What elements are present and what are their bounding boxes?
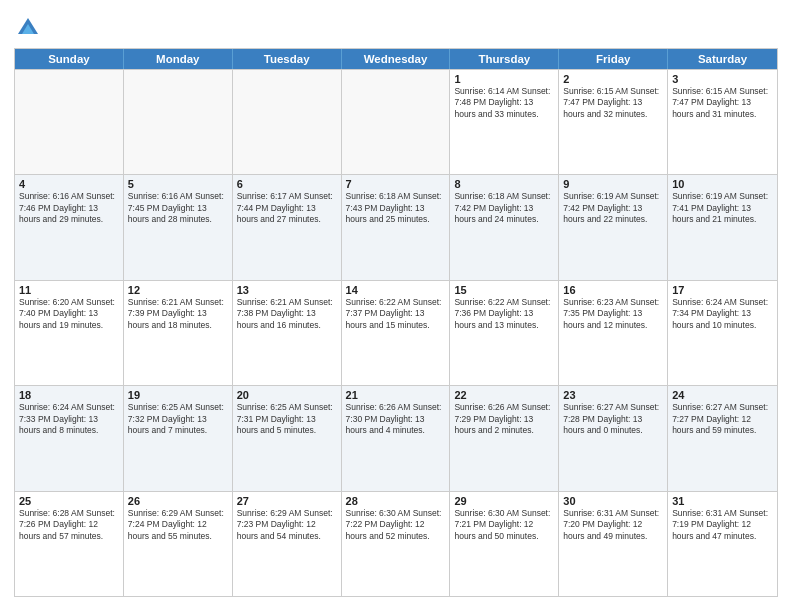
day-number: 22 [454,389,554,401]
day-info: Sunrise: 6:19 AM Sunset: 7:42 PM Dayligh… [563,191,663,225]
calendar-cell: 30Sunrise: 6:31 AM Sunset: 7:20 PM Dayli… [559,492,668,596]
day-info: Sunrise: 6:25 AM Sunset: 7:32 PM Dayligh… [128,402,228,436]
day-number: 29 [454,495,554,507]
cal-header-day: Thursday [450,49,559,69]
calendar-row: 18Sunrise: 6:24 AM Sunset: 7:33 PM Dayli… [15,385,777,490]
day-info: Sunrise: 6:29 AM Sunset: 7:24 PM Dayligh… [128,508,228,542]
calendar-cell: 22Sunrise: 6:26 AM Sunset: 7:29 PM Dayli… [450,386,559,490]
day-info: Sunrise: 6:30 AM Sunset: 7:22 PM Dayligh… [346,508,446,542]
day-number: 24 [672,389,773,401]
calendar-cell: 19Sunrise: 6:25 AM Sunset: 7:32 PM Dayli… [124,386,233,490]
day-number: 20 [237,389,337,401]
day-info: Sunrise: 6:26 AM Sunset: 7:30 PM Dayligh… [346,402,446,436]
calendar-cell: 15Sunrise: 6:22 AM Sunset: 7:36 PM Dayli… [450,281,559,385]
day-number: 9 [563,178,663,190]
calendar-cell: 13Sunrise: 6:21 AM Sunset: 7:38 PM Dayli… [233,281,342,385]
calendar-cell: 1Sunrise: 6:14 AM Sunset: 7:48 PM Daylig… [450,70,559,174]
calendar-row: 4Sunrise: 6:16 AM Sunset: 7:46 PM Daylig… [15,174,777,279]
calendar-cell: 26Sunrise: 6:29 AM Sunset: 7:24 PM Dayli… [124,492,233,596]
day-number: 16 [563,284,663,296]
calendar-cell: 16Sunrise: 6:23 AM Sunset: 7:35 PM Dayli… [559,281,668,385]
day-info: Sunrise: 6:22 AM Sunset: 7:36 PM Dayligh… [454,297,554,331]
day-number: 1 [454,73,554,85]
calendar-cell: 4Sunrise: 6:16 AM Sunset: 7:46 PM Daylig… [15,175,124,279]
calendar-cell: 5Sunrise: 6:16 AM Sunset: 7:45 PM Daylig… [124,175,233,279]
day-number: 14 [346,284,446,296]
day-info: Sunrise: 6:15 AM Sunset: 7:47 PM Dayligh… [563,86,663,120]
day-number: 31 [672,495,773,507]
calendar-cell: 7Sunrise: 6:18 AM Sunset: 7:43 PM Daylig… [342,175,451,279]
cal-header-day: Wednesday [342,49,451,69]
calendar-cell [124,70,233,174]
day-info: Sunrise: 6:16 AM Sunset: 7:45 PM Dayligh… [128,191,228,225]
day-info: Sunrise: 6:21 AM Sunset: 7:38 PM Dayligh… [237,297,337,331]
day-number: 27 [237,495,337,507]
day-number: 11 [19,284,119,296]
day-number: 2 [563,73,663,85]
calendar-cell: 11Sunrise: 6:20 AM Sunset: 7:40 PM Dayli… [15,281,124,385]
day-number: 4 [19,178,119,190]
calendar-cell: 8Sunrise: 6:18 AM Sunset: 7:42 PM Daylig… [450,175,559,279]
cal-header-day: Saturday [668,49,777,69]
calendar-cell: 14Sunrise: 6:22 AM Sunset: 7:37 PM Dayli… [342,281,451,385]
calendar-cell: 31Sunrise: 6:31 AM Sunset: 7:19 PM Dayli… [668,492,777,596]
day-info: Sunrise: 6:26 AM Sunset: 7:29 PM Dayligh… [454,402,554,436]
header [14,10,778,42]
day-info: Sunrise: 6:29 AM Sunset: 7:23 PM Dayligh… [237,508,337,542]
calendar-cell: 12Sunrise: 6:21 AM Sunset: 7:39 PM Dayli… [124,281,233,385]
day-number: 23 [563,389,663,401]
day-info: Sunrise: 6:21 AM Sunset: 7:39 PM Dayligh… [128,297,228,331]
day-info: Sunrise: 6:27 AM Sunset: 7:27 PM Dayligh… [672,402,773,436]
calendar-cell: 27Sunrise: 6:29 AM Sunset: 7:23 PM Dayli… [233,492,342,596]
day-info: Sunrise: 6:17 AM Sunset: 7:44 PM Dayligh… [237,191,337,225]
day-info: Sunrise: 6:15 AM Sunset: 7:47 PM Dayligh… [672,86,773,120]
day-number: 13 [237,284,337,296]
calendar-cell: 2Sunrise: 6:15 AM Sunset: 7:47 PM Daylig… [559,70,668,174]
day-number: 26 [128,495,228,507]
calendar-cell: 20Sunrise: 6:25 AM Sunset: 7:31 PM Dayli… [233,386,342,490]
calendar-cell: 29Sunrise: 6:30 AM Sunset: 7:21 PM Dayli… [450,492,559,596]
day-info: Sunrise: 6:16 AM Sunset: 7:46 PM Dayligh… [19,191,119,225]
cal-header-day: Monday [124,49,233,69]
day-info: Sunrise: 6:24 AM Sunset: 7:34 PM Dayligh… [672,297,773,331]
logo-icon [14,14,42,42]
day-info: Sunrise: 6:24 AM Sunset: 7:33 PM Dayligh… [19,402,119,436]
day-info: Sunrise: 6:19 AM Sunset: 7:41 PM Dayligh… [672,191,773,225]
calendar-body: 1Sunrise: 6:14 AM Sunset: 7:48 PM Daylig… [15,69,777,596]
cal-header-day: Sunday [15,49,124,69]
day-number: 15 [454,284,554,296]
calendar-cell: 24Sunrise: 6:27 AM Sunset: 7:27 PM Dayli… [668,386,777,490]
calendar-cell: 17Sunrise: 6:24 AM Sunset: 7:34 PM Dayli… [668,281,777,385]
day-number: 7 [346,178,446,190]
day-number: 10 [672,178,773,190]
calendar-row: 25Sunrise: 6:28 AM Sunset: 7:26 PM Dayli… [15,491,777,596]
day-number: 28 [346,495,446,507]
day-info: Sunrise: 6:20 AM Sunset: 7:40 PM Dayligh… [19,297,119,331]
day-number: 21 [346,389,446,401]
calendar-header: SundayMondayTuesdayWednesdayThursdayFrid… [15,49,777,69]
calendar: SundayMondayTuesdayWednesdayThursdayFrid… [14,48,778,597]
day-info: Sunrise: 6:14 AM Sunset: 7:48 PM Dayligh… [454,86,554,120]
calendar-cell: 25Sunrise: 6:28 AM Sunset: 7:26 PM Dayli… [15,492,124,596]
calendar-row: 11Sunrise: 6:20 AM Sunset: 7:40 PM Dayli… [15,280,777,385]
day-info: Sunrise: 6:25 AM Sunset: 7:31 PM Dayligh… [237,402,337,436]
day-number: 3 [672,73,773,85]
calendar-cell: 9Sunrise: 6:19 AM Sunset: 7:42 PM Daylig… [559,175,668,279]
day-info: Sunrise: 6:28 AM Sunset: 7:26 PM Dayligh… [19,508,119,542]
calendar-row: 1Sunrise: 6:14 AM Sunset: 7:48 PM Daylig… [15,69,777,174]
logo [14,14,46,42]
page: SundayMondayTuesdayWednesdayThursdayFrid… [0,0,792,612]
calendar-cell [233,70,342,174]
day-number: 8 [454,178,554,190]
calendar-cell [342,70,451,174]
day-info: Sunrise: 6:31 AM Sunset: 7:19 PM Dayligh… [672,508,773,542]
cal-header-day: Tuesday [233,49,342,69]
day-number: 30 [563,495,663,507]
day-info: Sunrise: 6:18 AM Sunset: 7:42 PM Dayligh… [454,191,554,225]
day-number: 5 [128,178,228,190]
calendar-cell: 6Sunrise: 6:17 AM Sunset: 7:44 PM Daylig… [233,175,342,279]
day-number: 19 [128,389,228,401]
day-info: Sunrise: 6:31 AM Sunset: 7:20 PM Dayligh… [563,508,663,542]
day-info: Sunrise: 6:30 AM Sunset: 7:21 PM Dayligh… [454,508,554,542]
calendar-cell: 10Sunrise: 6:19 AM Sunset: 7:41 PM Dayli… [668,175,777,279]
